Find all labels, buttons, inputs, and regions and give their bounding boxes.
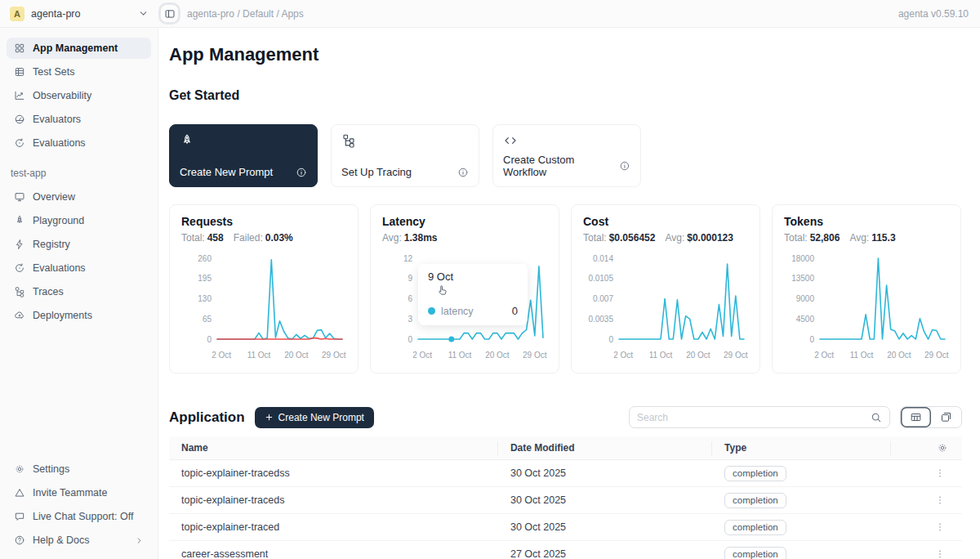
sidebar: App Management Test Sets Observability E… [0,28,158,559]
svg-text:6: 6 [408,294,412,303]
info-icon[interactable] [457,167,469,178]
sidebar-item-label: Test Sets [33,66,74,78]
app-name[interactable]: topic-explainer-tracedss [169,467,498,479]
table-view-button[interactable] [901,407,931,427]
chat-bubble-icon [14,511,25,522]
column-header-actions [891,441,962,455]
chevron-down-icon [138,8,149,19]
row-more-button[interactable] [891,548,962,559]
metric-title: Tokens [784,215,949,228]
info-icon[interactable] [296,167,307,178]
svg-text:12: 12 [403,254,413,263]
create-custom-workflow-card[interactable]: Create Custom Workflow [492,124,641,187]
sidebar-item-evaluators[interactable]: Evaluators [7,109,151,130]
svg-text:29 Oct: 29 Oct [523,351,547,360]
svg-text:195: 195 [198,274,212,283]
column-settings-gear-icon[interactable] [937,442,948,454]
svg-text:0: 0 [608,335,613,344]
row-more-button[interactable] [891,494,962,506]
create-new-prompt-card[interactable]: Create New Prompt [169,124,318,187]
sidebar-item-traces[interactable]: Traces [7,281,151,302]
app-date-modified: 30 Oct 2025 [498,467,712,479]
card-view-button[interactable] [931,407,961,427]
app-name[interactable]: topic-explainer-traceds [169,494,498,506]
sidebar-item-playground[interactable]: Playground [7,210,151,231]
info-icon[interactable] [619,160,630,172]
row-more-button[interactable] [891,467,962,479]
chevron-right-icon [135,536,144,545]
cost-chart[interactable]: 0.0140.01050.0070.003502 Oct11 Oct20 Oct… [583,247,750,368]
svg-text:11 Oct: 11 Oct [247,351,271,360]
svg-text:2 Oct: 2 Oct [412,351,432,360]
svg-text:29 Oct: 29 Oct [322,351,346,360]
type-badge: completion [724,493,786,508]
sidebar-item-registry[interactable]: Registry [7,234,151,255]
more-vertical-icon [934,467,946,479]
panel-left-icon [164,8,176,20]
svg-text:11 Oct: 11 Oct [850,351,874,360]
get-started-title: Get Started [169,88,962,103]
view-toggle [900,406,962,428]
table-row[interactable]: topic-explainer-traceds 30 Oct 2025 comp… [169,487,962,514]
column-header-type[interactable]: Type [712,441,890,455]
circular-arrow-icon [14,137,25,149]
svg-text:4500: 4500 [796,315,815,324]
row-more-button[interactable] [891,521,962,533]
column-header-date-modified[interactable]: Date Modified [498,441,712,455]
rocket-icon [14,215,25,226]
search-icon[interactable] [871,412,882,423]
grid-icon [14,42,25,54]
sidebar-item-evaluations-app[interactable]: Evaluations [7,257,151,279]
sidebar-item-settings[interactable]: Settings [7,458,151,480]
svg-text:11 Oct: 11 Oct [448,351,472,360]
metric-title: Cost [583,215,748,228]
column-header-name[interactable]: Name [169,441,498,455]
svg-text:20 Oct: 20 Oct [686,351,710,360]
sidebar-item-help-docs[interactable]: Help & Docs [7,530,151,551]
sidebar-item-label: App Management [33,42,118,54]
tooltip-value: 0 [512,305,518,317]
sidebar-item-invite-teammate[interactable]: Invite Teammate [7,482,151,503]
workspace-avatar: A [10,7,24,21]
card-view-icon [940,411,952,423]
sidebar-item-label: Evaluations [33,262,86,274]
sidebar-item-observability[interactable]: Observability [7,85,151,106]
tooltip-series-label: latency [441,306,474,317]
table-row[interactable]: topic-explainer-traced 30 Oct 2025 compl… [169,514,962,541]
app-type: completion [712,493,890,508]
sidebar-item-test-sets[interactable]: Test Sets [7,61,151,83]
app-version: agenta v0.59.10 [898,8,980,20]
set-up-tracing-card[interactable]: Set Up Tracing [331,124,479,187]
table-row[interactable]: topic-explainer-tracedss 30 Oct 2025 com… [169,460,962,487]
metric-stat: Total:$0.056452 [583,232,655,244]
sidebar-item-label: Playground [33,215,84,226]
app-name[interactable]: topic-explainer-traced [169,521,498,533]
sidebar-collapse-button[interactable] [158,2,180,25]
more-vertical-icon [934,521,946,533]
svg-text:2 Oct: 2 Oct [814,351,834,360]
app-name[interactable]: career-assessment [169,548,498,559]
sidebar-item-deployments[interactable]: Deployments [7,305,151,326]
breadcrumb[interactable]: agenta-pro / Default / Apps [187,8,304,20]
svg-text:0.0105: 0.0105 [588,274,613,283]
svg-text:0: 0 [207,335,212,344]
sidebar-item-label: Registry [33,239,70,250]
table-header: Name Date Modified Type [169,436,962,460]
create-new-prompt-button[interactable]: Create New Prompt [255,407,374,428]
help-circle-icon [14,534,25,546]
sidebar-item-app-management[interactable]: App Management [7,38,151,59]
application-title: Application [169,409,245,426]
tokens-chart[interactable]: 18000135009000450002 Oct11 Oct20 Oct29 O… [784,247,951,368]
sidebar-item-evaluations[interactable]: Evaluations [7,132,151,154]
requests-chart[interactable]: 2601951306502 Oct11 Oct20 Oct29 Oct [181,247,348,368]
table-row[interactable]: career-assessment 27 Oct 2025 completion [169,541,962,559]
sidebar-item-label: Help & Docs [33,534,89,546]
search-input[interactable] [637,412,866,423]
workspace-selector[interactable]: A agenta-pro [0,7,158,21]
main-content: App Management Get Started Create New Pr… [158,28,980,559]
code-icon [503,133,518,148]
sidebar-item-overview[interactable]: Overview [7,186,151,208]
sidebar-item-live-chat-support[interactable]: Live Chat Support: Off [7,506,151,527]
svg-text:65: 65 [203,315,212,324]
table-icon [14,66,25,78]
